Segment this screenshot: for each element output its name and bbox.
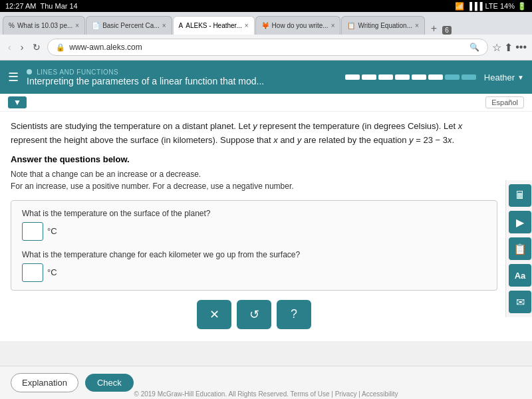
- question-box: What is the temperature on the surface o…: [11, 200, 497, 291]
- tab2-close[interactable]: ×: [162, 22, 166, 29]
- problem-text-line2: represent the temperature (in degrees Ce…: [257, 121, 458, 131]
- play-icon: ▶: [516, 216, 524, 229]
- question-1-input[interactable]: [22, 222, 43, 241]
- progress-seg-4: [395, 74, 410, 80]
- tab4-close[interactable]: ×: [331, 22, 335, 29]
- extra-tabs-count: 6: [442, 26, 452, 35]
- font-icon-button[interactable]: Aa: [509, 264, 531, 287]
- problem-text-line1: Scientists are studying the temperature …: [11, 121, 253, 131]
- question-1: What is the temperature on the surface o…: [22, 209, 486, 241]
- tab1-label: What is 10.03 pe...: [17, 22, 72, 29]
- tab3-label: ALEKS - Heather...: [186, 22, 242, 29]
- search-icon: 🔍: [469, 43, 479, 52]
- question-1-label: What is the temperature on the surface o…: [22, 209, 486, 218]
- status-day: Thu Mar 14: [40, 2, 77, 10]
- tab-how-do-you[interactable]: 🦊 How do you write... ×: [255, 16, 341, 35]
- tab-what-is[interactable]: % What is 10.03 pe... ×: [3, 16, 85, 35]
- bottom-bar: Explanation Check © 2019 McGraw-Hill Edu…: [0, 366, 532, 399]
- share-button[interactable]: ⬆: [504, 41, 513, 54]
- main-content: Scientists are studying the temperature …: [0, 112, 532, 341]
- progress-seg-3: [378, 74, 393, 80]
- lte-label: LTE 14%: [485, 2, 515, 10]
- tab-writing-eq[interactable]: 📋 Writing Equation... ×: [341, 16, 424, 35]
- tab-basic-percent[interactable]: 📄 Basic Percent Ca... ×: [86, 16, 172, 35]
- tab1-close[interactable]: ×: [75, 22, 79, 29]
- dropdown-arrow-button[interactable]: ▼: [8, 96, 27, 108]
- progress-seg-8: [462, 74, 476, 80]
- eq-equals: = 23 − 3: [414, 135, 448, 145]
- tab5-label: Writing Equation...: [358, 22, 412, 29]
- answer-instruction: Answer the questions below.: [11, 154, 497, 164]
- tab-aleks[interactable]: A ALEKS - Heather... ×: [173, 16, 255, 35]
- aleks-header: ☰ LINES AND FUNCTIONS Interpreting the p…: [0, 61, 532, 94]
- status-time: 12:27 AM: [5, 2, 36, 10]
- video-icon-button[interactable]: ▶: [509, 211, 531, 233]
- undo-button[interactable]: ↺: [237, 300, 271, 329]
- font-icon: Aa: [515, 271, 526, 281]
- espanol-button[interactable]: Español: [485, 96, 524, 108]
- footer-text: © 2019 McGraw-Hill Education. All Rights…: [0, 390, 532, 398]
- tabs-bar: % What is 10.03 pe... × 📄 Basic Percent …: [0, 12, 532, 35]
- tab1-favicon: %: [9, 22, 15, 29]
- progress-seg-7: [445, 74, 460, 80]
- progress-bar: [345, 74, 476, 80]
- tab2-label: Basic Percent Ca...: [102, 22, 160, 29]
- status-bar: 12:27 AM Thu Mar 14 📶 ▐▐▐ LTE 14% 🔋: [0, 0, 532, 12]
- question-2-input[interactable]: [22, 263, 43, 282]
- url-display: www-awn.aleks.com: [69, 43, 466, 52]
- note-text: Note that a change can be an increase or…: [11, 168, 497, 192]
- calculator-icon-button[interactable]: 🖩: [509, 184, 531, 207]
- question-1-input-group: °C: [22, 222, 486, 241]
- var-x: x: [458, 121, 463, 131]
- question-2-input-group: °C: [22, 263, 486, 282]
- battery-icon: 🔋: [517, 2, 527, 11]
- progress-seg-1: [345, 74, 360, 80]
- new-tab-button[interactable]: +: [427, 23, 441, 35]
- check-button[interactable]: Check: [85, 374, 134, 392]
- tab2-favicon: 📄: [92, 22, 100, 29]
- eq-period: .: [452, 135, 454, 145]
- bookmark-button[interactable]: ☆: [492, 41, 501, 54]
- header-topic: LINES AND FUNCTIONS Interpreting the par…: [27, 68, 337, 86]
- forward-button[interactable]: ›: [18, 41, 27, 54]
- help-button[interactable]: ?: [277, 300, 311, 329]
- notes-icon-button[interactable]: 📋: [509, 237, 531, 260]
- address-bar[interactable]: 🔒 www-awn.aleks.com 🔍: [47, 39, 488, 56]
- note-line2: For an increase, use a positive number. …: [11, 180, 497, 192]
- progress-seg-6: [428, 74, 443, 80]
- content-wrapper: ▼ Español Scientists are studying the te…: [0, 94, 532, 341]
- explanation-button[interactable]: Explanation: [11, 373, 78, 392]
- chevron-down-icon: ▼: [517, 74, 524, 81]
- mail-icon-button[interactable]: ✉: [509, 291, 531, 313]
- notes-icon: 📋: [513, 243, 527, 255]
- note-line1: Note that a change can be an increase or…: [11, 168, 497, 180]
- topic-category: LINES AND FUNCTIONS: [27, 68, 337, 76]
- action-buttons: ✕ ↺ ?: [11, 300, 497, 329]
- more-button[interactable]: •••: [515, 41, 527, 54]
- progress-seg-2: [362, 74, 376, 80]
- topic-title: Interpreting the parameters of a linear …: [27, 76, 337, 86]
- clear-button[interactable]: ✕: [197, 300, 231, 329]
- calculator-icon: 🖩: [515, 190, 525, 201]
- signal-icon: ▐▐▐: [467, 2, 482, 10]
- header-user[interactable]: Heather ▼: [484, 72, 524, 82]
- tab5-favicon: 📋: [347, 22, 355, 29]
- tab3-close[interactable]: ×: [245, 22, 249, 29]
- problem-text-and: and: [278, 135, 297, 145]
- user-name: Heather: [484, 72, 515, 82]
- mail-icon: ✉: [516, 296, 525, 309]
- problem-text: Scientists are studying the temperature …: [11, 120, 497, 148]
- progress-seg-5: [412, 74, 426, 80]
- hamburger-button[interactable]: ☰: [8, 70, 19, 84]
- tab4-favicon: 🦊: [261, 22, 269, 29]
- question-1-unit: °C: [47, 226, 57, 236]
- lock-icon: 🔒: [56, 43, 65, 52]
- problem-text-line3: represent the height above the surface (…: [11, 135, 273, 145]
- right-sidebar: 🖩 ▶ 📋 Aa ✉: [505, 180, 532, 317]
- reload-button[interactable]: ↻: [30, 41, 43, 54]
- back-button[interactable]: ‹: [5, 41, 14, 54]
- tab4-label: How do you write...: [272, 22, 329, 29]
- category-dot: [27, 69, 32, 74]
- problem-text-line5: are related by the equation: [301, 135, 409, 145]
- tab5-close[interactable]: ×: [415, 22, 419, 29]
